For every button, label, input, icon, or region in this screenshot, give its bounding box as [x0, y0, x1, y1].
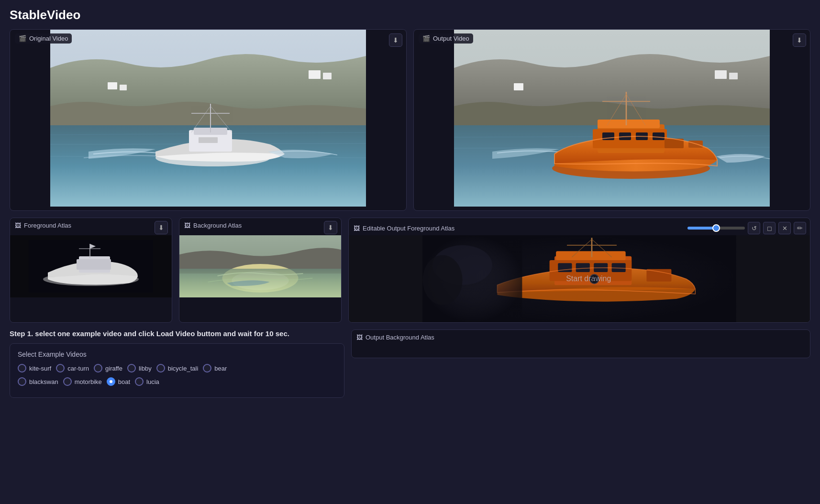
radio-circle-blackswan[interactable] [18, 377, 26, 386]
radio-row-1: kite-surf car-turn giraffe libby [18, 364, 336, 373]
svg-rect-28 [598, 120, 660, 128]
background-atlas-label: Background Atlas [193, 222, 242, 229]
editable-header: 🖼 Editable Output Foreground Atlas ↺ ◻ ✕… [354, 222, 806, 234]
original-video-header: 🎬 Original Video [15, 33, 72, 44]
radio-option-lucia[interactable]: lucia [135, 377, 159, 386]
svg-rect-41 [77, 259, 111, 270]
original-video-icon: 🎬 [19, 35, 26, 42]
top-row: 🎬 Original Video ⬇ [10, 29, 810, 211]
radio-label-bear: bear [214, 365, 227, 372]
svg-rect-24 [602, 132, 614, 140]
svg-rect-16 [120, 85, 127, 90]
radio-label-giraffe: giraffe [105, 365, 122, 372]
radio-circle-bear[interactable] [203, 364, 211, 373]
output-bg-atlas-icon: 🖼 [356, 334, 363, 341]
radio-option-bicycle-tali[interactable]: bicycle_tali [156, 364, 199, 373]
radio-row-2: blackswan motorbike boat lucia [18, 377, 336, 386]
foreground-atlas-image [10, 235, 172, 297]
output-video-svg [414, 30, 810, 207]
output-video-header: 🎬 Output Video [419, 33, 473, 44]
svg-rect-37 [514, 83, 523, 90]
radio-circle-car-turn[interactable] [56, 364, 65, 373]
editable-atlas-label: Editable Output Foreground Atlas [363, 225, 454, 232]
background-atlas-download-btn[interactable]: ⬇ [324, 221, 337, 234]
radio-circle-giraffe[interactable] [94, 364, 102, 373]
radio-label-lucia: lucia [146, 378, 159, 385]
fg-boat-svg [29, 240, 153, 293]
foreground-atlas-label: Foreground Atlas [24, 222, 71, 229]
brush-btn[interactable]: ✏ [794, 222, 806, 234]
radio-circle-bicycle-tali[interactable] [156, 364, 165, 373]
radio-circle-boat[interactable] [107, 377, 115, 386]
radio-option-kite-surf[interactable]: kite-surf [18, 364, 51, 373]
svg-rect-15 [108, 82, 117, 89]
radio-circle-libby[interactable] [127, 364, 136, 373]
background-atlas-panel: 🖼 Background Atlas ⬇ [179, 218, 342, 323]
editable-controls: ↺ ◻ ✕ ✏ [687, 222, 806, 234]
svg-rect-35 [715, 70, 727, 79]
eraser-btn[interactable]: ◻ [763, 222, 776, 234]
background-atlas-image [179, 235, 341, 297]
editable-atlas-icon: 🖼 [354, 225, 360, 232]
app-title: StableVideo [10, 8, 810, 22]
step-instruction: Step 1. select one example video and cli… [10, 329, 344, 338]
foreground-atlas-download-btn[interactable]: ⬇ [155, 221, 168, 234]
close-btn[interactable]: ✕ [778, 222, 791, 234]
radio-label-boat: boat [118, 378, 130, 385]
radio-option-boat[interactable]: boat [107, 377, 130, 386]
radio-label-car-turn: car-turn [67, 365, 89, 372]
middle-row: 🖼 Foreground Atlas ⬇ [10, 218, 810, 323]
radio-label-libby: libby [139, 365, 152, 372]
output-bg-atlas-panel: 🖼 Output Background Atlas [351, 329, 810, 358]
svg-rect-27 [653, 132, 665, 140]
radio-label-motorbike: motorbike [75, 378, 102, 385]
bg-scene-svg [179, 235, 341, 297]
radio-option-blackswan[interactable]: blackswan [18, 377, 58, 386]
foreground-atlas-icon: 🖼 [15, 222, 21, 229]
original-video-download-btn[interactable]: ⬇ [389, 33, 402, 47]
foreground-atlas-content [10, 218, 172, 304]
background-atlas-content [179, 218, 341, 304]
svg-rect-14 [323, 73, 332, 79]
radio-option-car-turn[interactable]: car-turn [56, 364, 89, 373]
radio-label-kite-surf: kite-surf [29, 365, 51, 372]
brush-size-slider[interactable] [687, 227, 745, 230]
svg-rect-36 [729, 73, 738, 79]
radio-label-blackswan: blackswan [29, 378, 58, 385]
example-videos-box: Select Example Videos kite-surf car-turn… [10, 343, 344, 398]
app-container: StableVideo 🎬 Original Video ⬇ [0, 0, 820, 405]
radio-option-motorbike[interactable]: motorbike [63, 377, 102, 386]
output-video-label: Output Video [433, 35, 469, 42]
editable-atlas-panel: 🖼 Editable Output Foreground Atlas ↺ ◻ ✕… [348, 218, 810, 323]
original-video-panel: 🎬 Original Video ⬇ [10, 29, 407, 211]
output-video-icon: 🎬 [422, 35, 430, 42]
radio-circle-lucia[interactable] [135, 377, 144, 386]
radio-option-bear[interactable]: bear [203, 364, 227, 373]
svg-rect-57 [556, 251, 626, 260]
svg-point-66 [590, 274, 599, 284]
original-video-label: Original Video [29, 35, 68, 42]
foreground-atlas-panel: 🖼 Foreground Atlas ⬇ [10, 218, 172, 323]
svg-rect-62 [646, 269, 671, 282]
editable-boat-area[interactable]: Start drawing [349, 235, 810, 322]
background-atlas-header: 🖼 Background Atlas [184, 222, 242, 229]
svg-rect-54 [576, 263, 590, 272]
output-video-content [414, 30, 810, 207]
svg-rect-13 [309, 70, 321, 79]
editable-atlas-label-group: 🖼 Editable Output Foreground Atlas [354, 225, 454, 232]
radio-circle-kite-surf[interactable] [18, 364, 26, 373]
radio-option-libby[interactable]: libby [127, 364, 152, 373]
output-bg-atlas-header: 🖼 Output Background Atlas [356, 334, 434, 341]
bottom-section: Step 1. select one example video and cli… [10, 329, 810, 398]
radio-circle-motorbike[interactable] [63, 377, 72, 386]
example-videos-title: Select Example Videos [18, 351, 336, 358]
radio-option-giraffe[interactable]: giraffe [94, 364, 122, 373]
svg-point-65 [422, 255, 462, 305]
left-bottom: Step 1. select one example video and cli… [10, 329, 344, 398]
output-video-panel: 🎬 Output Video ⬇ [413, 29, 810, 211]
output-video-download-btn[interactable]: ⬇ [793, 33, 806, 47]
reset-btn[interactable]: ↺ [748, 222, 760, 234]
radio-label-bicycle-tali: bicycle_tali [168, 365, 199, 372]
svg-rect-53 [558, 263, 572, 272]
output-bg-atlas-label: Output Background Atlas [366, 334, 434, 341]
